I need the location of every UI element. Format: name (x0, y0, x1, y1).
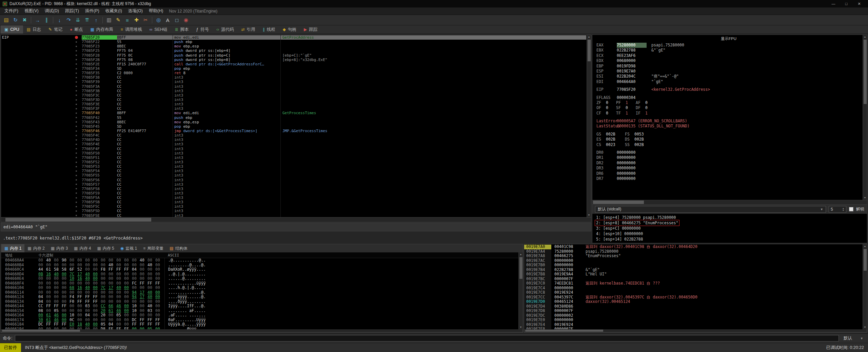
dump-row[interactable]: 004660A400400090000000000000000000400000… (1, 258, 523, 263)
tab-symbols[interactable]: ƒ符号 (193, 25, 213, 34)
registers-vscrollbar[interactable]: ▲ ▼ (863, 35, 867, 200)
register-line[interactable] (596, 84, 861, 87)
register-line[interactable]: ECX0EE23AF6 (596, 53, 861, 58)
tab-watch-1[interactable]: ◉监视 1 (117, 244, 140, 252)
row-dot[interactable] (76, 50, 77, 51)
register-line[interactable]: DR200000000 (596, 161, 861, 166)
stack-row[interactable]: 0019E7B000000000 (524, 263, 867, 268)
log-button[interactable]: ▥ (104, 16, 114, 24)
stack-row[interactable]: 0019E7A000401C98返回到 daxxor(32).00401C98 … (524, 245, 867, 249)
disasm-row[interactable]: 77085F438BECmov ebp,esp (1, 120, 586, 124)
disasm-row[interactable]: 77085F2BFF75 08push dword ptr ss:[ebp+8]… (1, 58, 586, 62)
register-line[interactable]: EBP0019FD98 (596, 64, 861, 69)
tab-struct[interactable]: ▤结构体 (166, 244, 190, 252)
disasm-row[interactable]: 77085F4FCCint3 (1, 147, 586, 151)
scroll-thumb[interactable] (525, 330, 603, 332)
disasm-row[interactable]: 77085F38CCint3 (1, 75, 586, 80)
dump-row[interactable]: 00466144CCFFFFFF00000300CC66460010004000… (1, 304, 523, 309)
row-dot[interactable] (76, 166, 77, 167)
scroll-up-icon[interactable]: ▲ (864, 35, 866, 39)
register-line[interactable]: ZF0PF1AF0 (596, 100, 861, 105)
compare-button[interactable]: ≡ (123, 16, 132, 24)
dump-row[interactable]: 0046616400614600100004002000050000000000… (1, 313, 523, 318)
dump-row[interactable]: 00466174306146000C00000000000000DCFFFFFF… (1, 318, 523, 323)
disasm-row[interactable]: 77085F55CCint3 (1, 173, 586, 178)
stack-row[interactable]: 0019E7A800466275"EnumProcesses" (524, 254, 867, 258)
dump-row[interactable]: 0046610400000000681640007C17400000000000… (1, 286, 523, 290)
command-input[interactable] (15, 335, 839, 341)
row-dot[interactable] (76, 126, 77, 127)
disasm-row[interactable]: 77085F2255push ebp (1, 40, 586, 44)
dump-row[interactable]: 004661940000000000000000D8FFFFFF00000500… (1, 327, 523, 330)
calling-convention-select[interactable]: 默认 (stdcall) ▼ (595, 206, 826, 213)
register-line[interactable]: LastStatusC0000135 (STATUS_DLL_NOT_FOUND… (596, 124, 861, 129)
row-dot[interactable] (76, 184, 77, 185)
breakpoint-dot[interactable] (75, 36, 78, 39)
scroll-up-icon[interactable]: ▲ (520, 252, 522, 256)
register-line[interactable] (596, 147, 861, 150)
trace-into-button[interactable]: ⇊ (73, 16, 82, 24)
scroll-down-icon[interactable]: ▼ (864, 325, 866, 329)
step-into-button[interactable]: ↓ (55, 16, 64, 24)
patch-button[interactable]: ✚ (132, 16, 141, 24)
row-dot[interactable] (76, 59, 77, 60)
row-dot[interactable] (76, 90, 77, 91)
row-dot[interactable] (76, 46, 77, 47)
disasm-row[interactable]: 77085F53CCint3 (1, 164, 586, 169)
row-dot[interactable] (76, 210, 77, 212)
dump-vscrollbar[interactable]: ▲ ▼ (518, 252, 523, 329)
disasm-row[interactable]: 77085F50CCint3 (1, 151, 586, 156)
disasm-row[interactable]: 77085F28FF75 0Cpush dword ptr ss:[ebp+C]… (1, 53, 586, 58)
disasm-row[interactable]: 77085F4ECCint3 (1, 142, 586, 146)
disasm-row[interactable]: 77085F4CCCint3 (1, 133, 586, 138)
disasm-row[interactable]: 77085F2EFF15 240C0F77call dword ptr ds:[… (1, 62, 586, 66)
row-dot[interactable] (76, 95, 77, 96)
stack-row[interactable]: 0019E7DC00000002 (524, 313, 867, 318)
row-dot[interactable] (76, 108, 77, 109)
menu-收藏夹(I)[interactable]: 收藏夹(I) (102, 7, 125, 15)
dump-row[interactable]: 004660B400000000000000000040000000004000… (1, 263, 523, 268)
argument-row[interactable]: 4: [esp+10] 00000000 (595, 231, 644, 236)
scissors-button[interactable]: ✂ (141, 16, 150, 24)
disasm-row[interactable]: 77085F52CCint3 (1, 160, 586, 164)
scroll-up-icon[interactable]: ▲ (864, 244, 866, 248)
command-profile-select[interactable]: 默认 ▼ (842, 335, 865, 341)
disasm-row[interactable]: 77085F4255push ebp (1, 116, 586, 120)
tab-dump-3[interactable]: ▦内存 3 (48, 244, 71, 252)
row-dot[interactable] (76, 152, 77, 154)
scroll-down-icon[interactable]: ▼ (588, 213, 590, 217)
register-line[interactable]: CF0TF1IF1 (596, 111, 861, 116)
font-button[interactable]: A (163, 16, 172, 24)
disasm-row[interactable]: 77085F5BCCint3 (1, 200, 586, 204)
register-line[interactable]: LastError000005A7 (ERROR_NO_SCROLLBARS) (596, 119, 861, 124)
register-line[interactable]: EFLAGS00000304 (596, 95, 861, 100)
stack-vscrollbar[interactable]: ▲ ▼ (863, 244, 867, 329)
scroll-thumb[interactable] (2, 330, 80, 332)
disasm-row[interactable]: 77085F3ECCint3 (1, 102, 586, 106)
edit-pencil-button[interactable]: ✎ (114, 16, 123, 24)
row-dot[interactable] (76, 202, 77, 203)
tab-handles[interactable]: ◆句柄 (279, 25, 300, 34)
tab-breakpoints[interactable]: ●断点 (66, 25, 86, 34)
step-over-button[interactable]: ↷ (64, 16, 73, 24)
seal-button[interactable]: ◉ (181, 16, 191, 24)
run-button[interactable]: → (33, 16, 42, 24)
disasm-row[interactable]: 77085F3BCCint3 (1, 89, 586, 93)
register-line[interactable]: DR100000000 (596, 155, 861, 160)
row-dot[interactable] (76, 144, 77, 145)
step-out-button[interactable]: ↑ (92, 16, 101, 24)
register-line[interactable]: OF0SF0DF0 (596, 105, 861, 110)
disasm-row[interactable]: 77085F3FCCint3 (1, 106, 586, 111)
argument-count-spinner[interactable]: 5 ▲▼ (829, 206, 846, 213)
disasm-row[interactable]: 77085F455Dpop ebp (1, 124, 586, 129)
dump-row[interactable]: 0046613404000000F0FFFFFF0000000000000000… (1, 299, 523, 304)
register-line[interactable]: ESP0019E7A0 (596, 69, 861, 74)
dump-row[interactable]: 0046612404000000F4FFFFFF0000000094174000… (1, 295, 523, 299)
restart-button[interactable]: ↻ (11, 16, 20, 24)
tab-source[interactable]: ‹›源代码 (213, 25, 238, 34)
stack-row[interactable]: 0019E7D80000007F (524, 309, 867, 313)
row-dot[interactable] (76, 86, 77, 87)
menu-跟踪(T)[interactable]: 跟踪(T) (62, 7, 82, 15)
register-line[interactable]: EDI004664A0"`gE" (596, 79, 861, 84)
row-dot[interactable] (76, 117, 77, 118)
